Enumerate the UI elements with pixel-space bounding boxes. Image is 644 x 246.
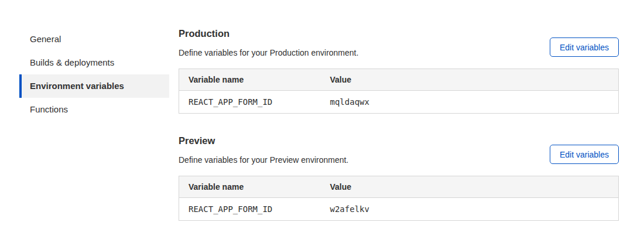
production-section-header: Production Define variables for your Pro… — [179, 28, 619, 57]
column-header-variable-name: Variable name — [179, 69, 321, 91]
table-row: REACT_APP_FORM_ID mqldaqwx — [179, 91, 619, 114]
edit-variables-button-preview[interactable]: Edit variables — [550, 145, 619, 164]
main-content: Production Define variables for your Pro… — [179, 28, 619, 242]
variable-value-cell: w2afelkv — [321, 198, 619, 221]
preview-section: Preview Define variables for your Previe… — [179, 135, 619, 221]
preview-variables-table: Variable name Value REACT_APP_FORM_ID w2… — [179, 176, 619, 221]
edit-variables-button-production[interactable]: Edit variables — [550, 37, 619, 57]
table-header-row: Variable name Value — [179, 69, 619, 91]
column-header-variable-name: Variable name — [179, 176, 321, 198]
variable-name-cell: REACT_APP_FORM_ID — [179, 198, 321, 221]
environment-variables-settings-page: General Builds & deployments Environment… — [0, 0, 644, 246]
column-header-value: Value — [321, 69, 619, 91]
table-row: REACT_APP_FORM_ID w2afelkv — [179, 198, 619, 221]
sidebar-item-builds-deployments[interactable]: Builds & deployments — [19, 51, 169, 74]
production-section: Production Define variables for your Pro… — [179, 28, 619, 114]
settings-sidebar: General Builds & deployments Environment… — [19, 28, 169, 121]
sidebar-item-environment-variables[interactable]: Environment variables — [19, 74, 169, 98]
column-header-value: Value — [321, 176, 619, 198]
sidebar-item-general[interactable]: General — [19, 28, 169, 51]
preview-section-header: Preview Define variables for your Previe… — [179, 135, 619, 165]
sidebar-item-functions[interactable]: Functions — [19, 98, 169, 121]
variable-name-cell: REACT_APP_FORM_ID — [179, 91, 321, 114]
table-header-row: Variable name Value — [179, 176, 619, 198]
production-variables-table: Variable name Value REACT_APP_FORM_ID mq… — [179, 69, 619, 114]
variable-value-cell: mqldaqwx — [321, 91, 619, 114]
